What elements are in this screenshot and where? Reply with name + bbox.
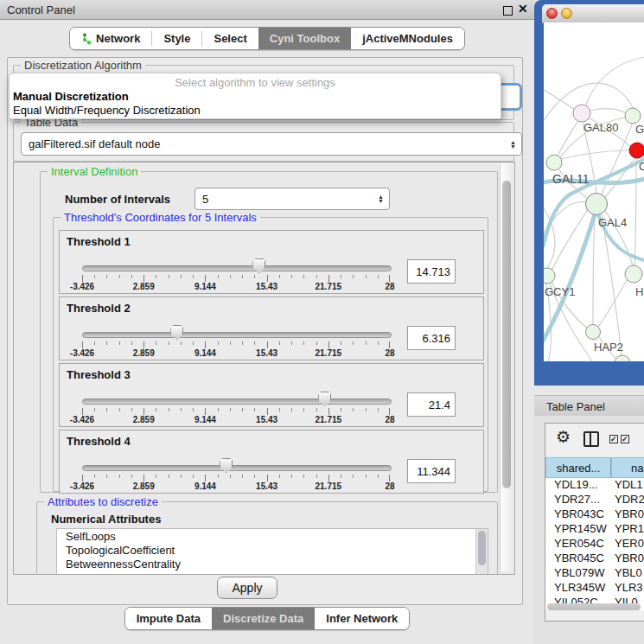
network-icon — [81, 33, 92, 45]
table-rows: YDL19...YDL1 YDR27...YDR2 YBR043CYBR0 YP… — [545, 478, 644, 610]
tick-marks — [82, 275, 390, 282]
threshold-2-value-field[interactable]: 6.316 — [407, 326, 456, 350]
node-gcy1[interactable] — [544, 268, 555, 284]
list-item[interactable]: SelfLoops — [57, 529, 488, 543]
column-header-shared-name[interactable]: shared... — [545, 457, 611, 478]
bottom-tab-area: Impute Data Discretize Data Infer Networ… — [0, 607, 534, 631]
tick-label: 21.715 — [316, 282, 342, 291]
numerical-attributes-list[interactable]: SelfLoops TopologicalCoefficient Between… — [56, 528, 488, 575]
major-tick — [143, 408, 144, 415]
network-graph: GAL80 GA C GAL11 GAL4 GCY1 H HAP2 — [544, 22, 644, 361]
bottom-tabbar: Impute Data Discretize Data Infer Networ… — [124, 607, 411, 630]
tab-impute-data[interactable]: Impute Data — [125, 608, 212, 629]
scrollbar-thumb[interactable] — [502, 181, 511, 488]
network-window-titlebar[interactable] — [542, 4, 644, 23]
threshold-3-slider-track[interactable] — [82, 399, 392, 405]
top-tab-area: Network Style Select Cyni Toolbox jActiv… — [0, 27, 534, 50]
spinner-arrows-icon[interactable]: ▲▼ — [510, 140, 516, 149]
threshold-3-label: Threshold 3 — [67, 368, 131, 381]
tab-network[interactable]: Network — [70, 28, 151, 49]
table-row[interactable]: YBR045CYBR0 — [545, 552, 644, 566]
threshold-1-box: Threshold 1 -3.426 2.859 9.144 15.43 21.… — [59, 230, 484, 294]
major-tick — [389, 275, 390, 282]
network-canvas[interactable]: GAL80 GA C GAL11 GAL4 GCY1 H HAP2 — [544, 22, 644, 361]
threshold-1-slider-track[interactable] — [82, 265, 392, 271]
tab-style[interactable]: Style — [152, 28, 201, 49]
table-row[interactable]: YPR145WYPR1 — [545, 522, 644, 537]
horizontal-scrollbar[interactable] — [547, 603, 641, 610]
table-data-value: galFiltered.sif default node — [29, 137, 160, 150]
list-item[interactable]: TopologicalCoefficient — [57, 543, 488, 557]
node-label-gal4: GAL4 — [598, 216, 627, 229]
node-partial-right-top[interactable] — [625, 108, 641, 124]
tick-marks — [82, 341, 390, 348]
tick-labels: -3.426 2.859 9.144 15.43 21.715 28 — [82, 481, 390, 492]
node-hap2[interactable] — [586, 325, 601, 340]
interval-definition-group: Interval Definition Number of Intervals … — [40, 171, 498, 493]
node-gal11[interactable] — [546, 155, 562, 170]
table-row[interactable]: YDR27...YDR2 — [545, 493, 644, 507]
popup-placeholder-item[interactable]: Select algorithm to view settings — [10, 76, 501, 89]
num-intervals-combobox[interactable]: 5 ▲▼ — [194, 188, 390, 210]
split-columns-icon[interactable] — [583, 431, 599, 447]
major-tick — [267, 408, 268, 415]
node-label-partial-right-top: GA — [635, 123, 644, 136]
threshold-1-value-field[interactable]: 14.713 — [407, 259, 456, 284]
apply-button[interactable]: Apply — [217, 577, 277, 599]
table-data-combobox[interactable]: galFiltered.sif default node ▲▼ — [21, 132, 522, 156]
cell: YDL19... — [545, 478, 611, 493]
node-gal4[interactable] — [586, 194, 608, 215]
tab-discretize-data[interactable]: Discretize Data — [212, 608, 315, 629]
node-label-hap2: HAP2 — [594, 341, 623, 354]
tick-label: -3.426 — [70, 348, 94, 358]
threshold-4-label: Threshold 4 — [67, 435, 131, 448]
checkbox-icon[interactable]: ✓ — [621, 435, 629, 443]
thresholds-title: Threshold's Coordinates for 5 Intervals — [61, 211, 260, 224]
node-gal80[interactable] — [573, 105, 590, 122]
tab-jactivemnodules[interactable]: jActiveMNodules — [351, 28, 464, 49]
tick-marks — [82, 408, 390, 415]
tab-discretize-data-label: Discretize Data — [223, 612, 303, 625]
zoom-traffic-light-icon[interactable] — [576, 8, 587, 19]
settings-scrollbar[interactable] — [500, 163, 513, 571]
tick-label: 9.144 — [194, 415, 216, 424]
close-traffic-light-icon[interactable] — [546, 8, 558, 19]
tab-select[interactable]: Select — [202, 28, 258, 49]
threshold-2-slider-track[interactable] — [82, 332, 392, 338]
cell: YBR045C — [545, 552, 611, 566]
spinner-arrows-icon[interactable]: ▲▼ — [378, 194, 384, 203]
list-item[interactable]: BetweennessCentrality — [57, 557, 488, 571]
list-scrollbar[interactable] — [475, 529, 488, 575]
major-tick — [205, 275, 206, 282]
column-header-name[interactable]: na — [611, 457, 644, 478]
tick-label: 21.715 — [316, 348, 342, 358]
checkbox-icon[interactable]: ✓ — [609, 435, 618, 443]
popup-option-equal-width[interactable]: Equal Width/Frequency Discretization — [13, 104, 201, 117]
table-row[interactable]: YLR345WYLR3 — [545, 581, 644, 596]
node-red-selected[interactable] — [629, 143, 644, 158]
cell: YPR145W — [545, 522, 611, 537]
tab-infer-network[interactable]: Infer Network — [315, 608, 409, 629]
table-row[interactable]: YDL19...YDL1 — [545, 478, 644, 493]
threshold-4-box: Threshold 4 -3.426 2.859 9.144 15.43 21.… — [59, 430, 484, 494]
cell: YLR345W — [545, 581, 611, 596]
major-tick — [328, 275, 329, 282]
node-partial-right-mid[interactable] — [625, 265, 642, 283]
node-label-partial-right-mid: H — [635, 285, 643, 298]
float-icon[interactable] — [503, 6, 513, 16]
table-panel-titlebar: Table Panel — [534, 395, 644, 418]
major-tick — [205, 341, 206, 348]
threshold-4-value-field[interactable]: 11.344 — [407, 459, 456, 483]
table-row[interactable]: YBR043CYBR0 — [545, 507, 644, 522]
threshold-4-slider-track[interactable] — [82, 465, 392, 471]
tab-cyni-toolbox[interactable]: Cyni Toolbox — [258, 28, 351, 49]
minimize-traffic-light-icon[interactable] — [561, 8, 572, 19]
popup-option-manual-discretization[interactable]: Manual Discretization — [13, 90, 129, 103]
gear-icon[interactable]: ⚙ — [556, 429, 571, 445]
tick-label: 15.43 — [256, 481, 277, 491]
table-row[interactable]: YER054CYER0 — [545, 537, 644, 552]
table-row[interactable]: YBL079WYBL0 — [545, 566, 644, 581]
node-partial-bottom[interactable] — [615, 355, 630, 361]
close-icon[interactable]: ✕ — [518, 2, 528, 16]
threshold-3-value-field[interactable]: 21.4 — [407, 392, 456, 417]
